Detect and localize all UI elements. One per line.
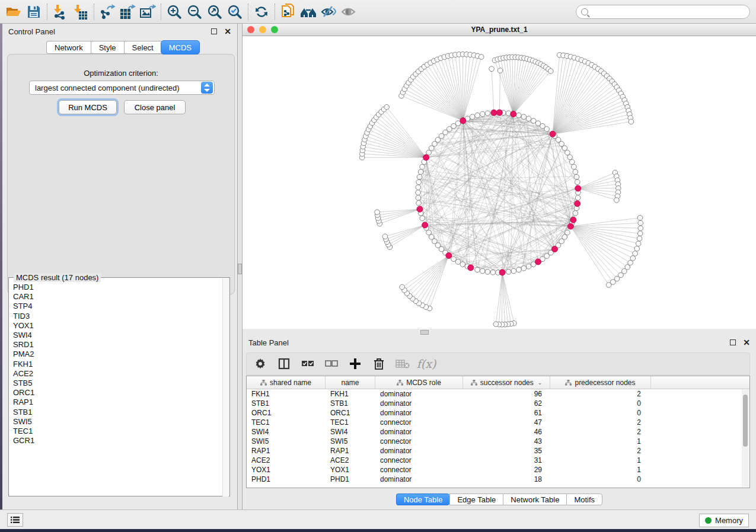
graph-leaf-node[interactable] [382, 234, 388, 239]
scrollbar-thumb[interactable] [743, 395, 748, 447]
tab-network[interactable]: Network [46, 41, 91, 54]
graph-hub-node[interactable] [535, 259, 541, 265]
graph-node[interactable] [573, 169, 578, 175]
export-table-icon[interactable] [117, 3, 138, 21]
mcds-result-item[interactable]: STP4 [13, 302, 219, 311]
open-file-icon[interactable] [4, 3, 24, 21]
graph-hub-node[interactable] [417, 206, 423, 212]
graph-leaf-node[interactable] [637, 236, 642, 241]
graph-leaf-node[interactable] [497, 68, 503, 73]
export-network-icon[interactable] [97, 3, 117, 21]
graph-node[interactable] [575, 196, 580, 201]
graph-node[interactable] [516, 113, 522, 118]
close-panel-icon[interactable]: ✕ [743, 339, 750, 345]
search-field[interactable] [591, 8, 749, 16]
graph-node[interactable] [531, 118, 536, 124]
mcds-result-item[interactable]: PHD1 [13, 283, 219, 292]
graph-hub-node[interactable] [570, 217, 576, 223]
table-row[interactable]: STB1STB1dominator620 [247, 399, 742, 408]
graph-node[interactable] [573, 211, 578, 216]
column-successor-nodes[interactable]: successor nodes ⌄ [463, 376, 550, 389]
tab-node-table[interactable]: Node Table [396, 493, 450, 505]
mcds-result-item[interactable]: YOX1 [13, 321, 219, 331]
zoom-selected-icon[interactable] [225, 3, 245, 21]
graph-hub-node[interactable] [496, 110, 502, 116]
show-columns-icon[interactable] [276, 356, 292, 371]
column-name[interactable]: name [326, 376, 375, 389]
run-mcds-button[interactable]: Run MCDS [59, 100, 117, 114]
column-mcds-role[interactable]: MCDS role [375, 376, 463, 389]
float-panel-icon[interactable] [730, 339, 736, 345]
tab-motifs[interactable]: Motifs [566, 493, 602, 505]
graph-node[interactable] [416, 185, 421, 190]
zoom-in-icon[interactable] [164, 3, 184, 21]
column-predecessor-nodes[interactable]: predecessor nodes [550, 376, 651, 389]
delete-column-icon[interactable] [371, 356, 387, 371]
delete-table-icon[interactable] [395, 356, 410, 371]
table-scrollbar[interactable] [742, 390, 749, 487]
graph-node[interactable] [521, 266, 527, 271]
graph-node[interactable] [544, 127, 550, 132]
node-table[interactable]: shared name name MCDS role successor nod… [246, 376, 750, 488]
apply-function-button[interactable]: f(x) [419, 356, 434, 371]
graph-node[interactable] [490, 270, 496, 275]
graph-leaf-node[interactable] [548, 69, 553, 74]
first-neighbors-icon[interactable] [298, 3, 318, 21]
graph-node[interactable] [475, 113, 480, 118]
graph-leaf-node[interactable] [375, 210, 380, 215]
mcds-result-item[interactable]: SWI5 [13, 417, 219, 427]
vertical-splitter[interactable] [238, 24, 243, 509]
graph-node[interactable] [574, 174, 579, 180]
tab-style[interactable]: Style [91, 41, 124, 54]
mcds-result-item[interactable]: RAP1 [13, 398, 219, 407]
graph-leaf-node[interactable] [630, 256, 636, 261]
graph-node[interactable] [567, 155, 573, 160]
mcds-result-item[interactable]: CAR1 [13, 292, 219, 302]
graph-hub-node[interactable] [491, 110, 497, 116]
graph-node[interactable] [572, 164, 577, 169]
graph-node[interactable] [575, 180, 580, 185]
select-all-icon[interactable] [300, 356, 315, 371]
float-panel-icon[interactable] [211, 28, 217, 34]
table-row[interactable]: SWI4SWI4dominator462 [247, 427, 742, 437]
status-menu-button[interactable] [7, 513, 23, 527]
graph-hub-node[interactable] [575, 201, 580, 207]
graph-leaf-node[interactable] [629, 119, 634, 124]
graph-hub-node[interactable] [446, 252, 452, 258]
zoom-fit-icon[interactable] [205, 3, 225, 21]
zoom-out-icon[interactable] [184, 3, 205, 21]
mcds-result-item[interactable]: TID3 [13, 312, 219, 321]
graph-node[interactable] [511, 268, 516, 274]
graph-hub-node[interactable] [422, 222, 428, 228]
mcds-result-item[interactable]: SWI4 [13, 331, 219, 340]
show-all-icon[interactable] [339, 3, 359, 21]
graph-node[interactable] [485, 270, 490, 275]
close-panel-icon[interactable]: ✕ [224, 28, 231, 34]
result-scrollbar[interactable] [222, 278, 229, 496]
mcds-result-item[interactable]: STB1 [13, 408, 219, 417]
splitter-handle[interactable] [420, 330, 429, 335]
graph-node[interactable] [565, 150, 570, 155]
graph-leaf-node[interactable] [634, 246, 640, 251]
graph-node[interactable] [521, 114, 527, 120]
graph-hub-node[interactable] [460, 118, 466, 124]
table-row[interactable]: RAP1RAP1dominator352 [247, 446, 742, 456]
graph-leaf-node[interactable] [493, 322, 499, 327]
graph-node[interactable] [417, 174, 422, 180]
import-network-icon[interactable] [50, 3, 71, 21]
network-titlebar[interactable]: YPA_prune.txt_1 [243, 24, 756, 36]
table-row[interactable]: SWI5SWI5connector431 [247, 437, 742, 446]
network-canvas[interactable] [243, 36, 756, 329]
refresh-layout-icon[interactable] [251, 3, 272, 21]
graph-hub-node[interactable] [567, 223, 573, 229]
table-options-icon[interactable] [253, 356, 268, 371]
graph-leaf-node[interactable] [637, 215, 643, 220]
search-input[interactable] [576, 5, 750, 19]
tab-mcds[interactable]: MCDS [161, 40, 200, 55]
graph-leaf-node[interactable] [637, 231, 643, 236]
graph-node[interactable] [506, 270, 511, 275]
export-image-icon[interactable] [138, 3, 158, 21]
table-row[interactable]: ACE2ACE2connector311 [247, 456, 742, 465]
deselect-all-icon[interactable] [324, 356, 339, 371]
graph-leaf-node[interactable] [606, 283, 611, 288]
